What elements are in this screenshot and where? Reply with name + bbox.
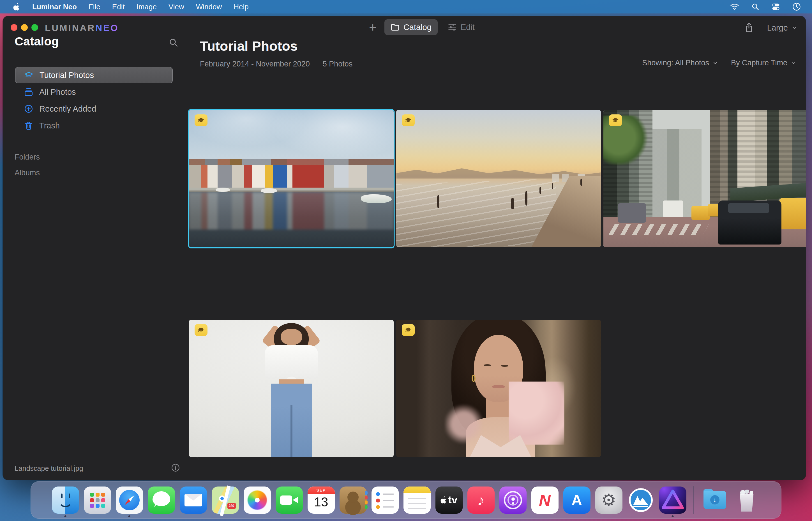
luminar-neo-window: LUMINARNEO + Catalog Edit Large Catalog <box>3 16 806 480</box>
sidebar-item-recently-added[interactable]: Recently Added <box>15 101 173 117</box>
art <box>189 165 394 187</box>
dock-news[interactable]: N <box>531 486 559 514</box>
selected-filename: Landscape tutorial.jpg <box>15 465 83 473</box>
minimize-button[interactable] <box>21 24 28 31</box>
sidebar-item-label: Trash <box>39 121 60 130</box>
art <box>445 402 482 446</box>
menu-window[interactable]: Window <box>190 0 228 14</box>
close-button[interactable] <box>11 24 17 31</box>
thumbnail-size-dropdown[interactable]: Large <box>767 23 797 32</box>
art <box>608 224 709 235</box>
dock-notes[interactable] <box>403 486 431 514</box>
dock-luminar-share[interactable] <box>627 486 654 514</box>
menu-app-name[interactable]: Luminar Neo <box>26 0 83 14</box>
art <box>347 492 358 503</box>
art <box>691 206 710 220</box>
menu-file[interactable]: File <box>83 0 106 14</box>
sidebar-item-trash[interactable]: Trash <box>15 117 173 134</box>
info-icon[interactable] <box>171 463 180 472</box>
search-icon[interactable] <box>169 38 178 47</box>
chevron-down-icon <box>791 25 797 31</box>
menu-image[interactable]: Image <box>131 0 163 14</box>
art <box>61 494 63 498</box>
photo-thumbnail-portrait[interactable] <box>396 320 601 457</box>
dock-calendar[interactable]: SEP13 <box>307 486 335 514</box>
titlebar-right: Large <box>744 22 797 33</box>
menu-help[interactable]: Help <box>228 0 254 14</box>
tutorial-badge-icon <box>609 114 622 126</box>
sidebar-title: Catalog <box>15 35 59 48</box>
sidebar-item-tutorial-photos[interactable]: Tutorial Photos <box>15 67 173 83</box>
tab-edit[interactable]: Edit <box>445 23 477 32</box>
collection-meta: February 2014 - November 2020 5 Photos <box>200 60 352 68</box>
menu-edit[interactable]: Edit <box>106 0 131 14</box>
photo-thumbnail-sunset-beach[interactable] <box>396 110 601 247</box>
page-title: Tutorial Photos <box>200 39 298 54</box>
photo-thumbnail-canal-houses[interactable] <box>189 110 394 247</box>
clock-icon[interactable] <box>786 2 807 11</box>
fullscreen-button[interactable] <box>31 24 38 31</box>
dock-contacts[interactable] <box>340 486 367 514</box>
art <box>265 345 318 380</box>
tutorial-badge-icon <box>194 324 208 336</box>
art <box>281 329 302 345</box>
art <box>525 191 527 206</box>
thumbnail-size-value: Large <box>767 23 788 32</box>
photo-thumbnail-studio-model[interactable] <box>189 320 394 457</box>
dock-maps[interactable]: 280 <box>212 486 239 514</box>
dock-luminar-neo[interactable] <box>659 486 687 514</box>
dock-messages[interactable] <box>148 486 175 514</box>
spotlight-search-icon[interactable] <box>745 3 765 10</box>
art <box>376 492 380 496</box>
tab-catalog[interactable]: Catalog <box>385 19 438 35</box>
art <box>396 179 556 247</box>
art <box>383 494 394 495</box>
art <box>361 194 392 203</box>
dock: 280 SEP13 tv ♪ N A ⚙ ↓ <box>30 481 782 519</box>
dock-photos[interactable] <box>243 486 271 514</box>
dock-podcasts[interactable] <box>500 486 527 514</box>
art <box>633 506 648 507</box>
add-photos-button[interactable]: + <box>369 19 376 35</box>
sidebar-list: Tutorial Photos All Photos Recently Adde… <box>15 67 173 134</box>
dock-downloads[interactable]: ↓ <box>701 486 728 514</box>
dock-finder[interactable] <box>52 486 79 514</box>
logo-neo: NEO <box>95 23 119 33</box>
art <box>509 382 564 445</box>
art <box>739 494 754 512</box>
dock-launchpad[interactable] <box>84 486 111 514</box>
dock-safari[interactable] <box>116 486 143 514</box>
sort-filter-dropdown[interactable]: By Capture Time <box>731 59 796 67</box>
photo-thumbnail-city-street[interactable] <box>603 110 806 247</box>
tab-catalog-label: Catalog <box>403 23 432 32</box>
sidebar-section-folders[interactable]: Folders <box>15 153 40 161</box>
app-logo: LUMINARNEO <box>45 23 119 33</box>
art <box>365 491 368 495</box>
calendar-day: 13 <box>307 494 335 509</box>
sidebar-section-albums[interactable]: Albums <box>15 168 40 177</box>
dock-apple-tv[interactable]: tv <box>436 486 463 514</box>
tutorial-badge-icon <box>194 114 208 126</box>
share-icon[interactable] <box>744 22 754 33</box>
art <box>492 385 505 388</box>
showing-filter-dropdown[interactable]: Showing: All Photos <box>642 59 718 67</box>
graduation-cap-icon <box>24 71 33 80</box>
art <box>255 498 260 502</box>
art <box>408 498 426 499</box>
dock-music[interactable]: ♪ <box>467 486 494 514</box>
dock-facetime[interactable] <box>276 486 303 514</box>
dock-app-store[interactable]: A <box>563 486 590 514</box>
art <box>261 188 277 193</box>
wifi-icon[interactable] <box>724 3 745 10</box>
dock-reminders[interactable] <box>372 486 399 514</box>
sort-filter-label: By Capture Time <box>731 59 787 67</box>
dock-system-settings[interactable]: ⚙ <box>595 486 623 514</box>
sidebar-item-all-photos[interactable]: All Photos <box>15 84 173 100</box>
art <box>403 486 431 493</box>
running-indicator <box>129 515 131 517</box>
apple-menu[interactable] <box>7 2 26 11</box>
menu-view[interactable]: View <box>163 0 190 14</box>
dock-mail[interactable] <box>180 486 207 514</box>
control-center-icon[interactable] <box>765 3 786 10</box>
dock-trash[interactable] <box>733 486 760 514</box>
